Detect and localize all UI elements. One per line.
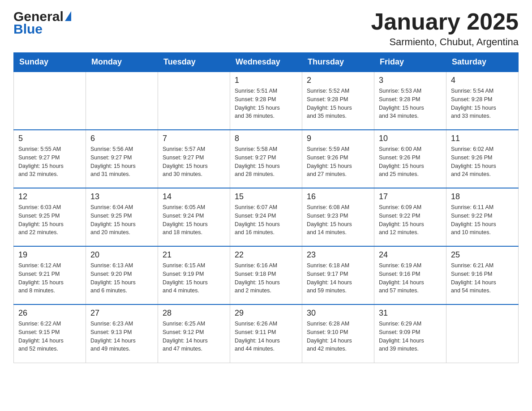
- day-number: 13: [90, 192, 153, 201]
- calendar-cell: 6Sunrise: 5:56 AM Sunset: 9:27 PM Daylig…: [86, 130, 158, 188]
- day-number: 25: [451, 250, 514, 260]
- day-info: Sunrise: 5:53 AM Sunset: 9:28 PM Dayligh…: [379, 87, 442, 120]
- logo-triangle-icon: [65, 11, 71, 21]
- day-number: 7: [163, 134, 225, 143]
- day-info: Sunrise: 5:54 AM Sunset: 9:28 PM Dayligh…: [451, 87, 514, 120]
- calendar-week-4: 19Sunrise: 6:12 AM Sunset: 9:21 PM Dayli…: [14, 246, 519, 304]
- day-number: 15: [235, 192, 297, 201]
- day-info: Sunrise: 6:23 AM Sunset: 9:13 PM Dayligh…: [90, 320, 153, 353]
- page-header: General Blue January 2025 Sarmiento, Chu…: [13, 9, 519, 48]
- calendar-cell: 29Sunrise: 6:26 AM Sunset: 9:11 PM Dayli…: [230, 304, 302, 363]
- logo-blue-text: Blue: [13, 21, 43, 37]
- calendar-title: January 2025: [371, 9, 519, 34]
- day-info: Sunrise: 5:55 AM Sunset: 9:27 PM Dayligh…: [18, 145, 81, 179]
- calendar-cell: 25Sunrise: 6:21 AM Sunset: 9:16 PM Dayli…: [446, 246, 519, 304]
- day-number: 12: [18, 192, 81, 201]
- calendar-cell: 22Sunrise: 6:16 AM Sunset: 9:18 PM Dayli…: [230, 246, 302, 304]
- day-number: 19: [18, 250, 81, 260]
- calendar-cell: 20Sunrise: 6:13 AM Sunset: 9:20 PM Dayli…: [86, 246, 158, 304]
- calendar-cell: 5Sunrise: 5:55 AM Sunset: 9:27 PM Daylig…: [14, 130, 86, 188]
- calendar-cell: [14, 72, 86, 130]
- calendar-cell: 18Sunrise: 6:11 AM Sunset: 9:22 PM Dayli…: [446, 188, 519, 246]
- calendar-cell: 2Sunrise: 5:52 AM Sunset: 9:28 PM Daylig…: [302, 72, 374, 130]
- day-info: Sunrise: 5:59 AM Sunset: 9:26 PM Dayligh…: [307, 145, 369, 179]
- day-info: Sunrise: 6:21 AM Sunset: 9:16 PM Dayligh…: [451, 261, 514, 295]
- weekday-header-tuesday: Tuesday: [158, 53, 230, 72]
- day-info: Sunrise: 5:57 AM Sunset: 9:27 PM Dayligh…: [163, 145, 225, 179]
- calendar-cell: 1Sunrise: 5:51 AM Sunset: 9:28 PM Daylig…: [230, 72, 302, 130]
- weekday-header-thursday: Thursday: [302, 53, 374, 72]
- calendar-cell: 17Sunrise: 6:09 AM Sunset: 9:22 PM Dayli…: [374, 188, 446, 246]
- day-info: Sunrise: 6:22 AM Sunset: 9:15 PM Dayligh…: [18, 320, 81, 353]
- calendar-cell: 8Sunrise: 5:58 AM Sunset: 9:27 PM Daylig…: [230, 130, 302, 188]
- calendar-week-1: 1Sunrise: 5:51 AM Sunset: 9:28 PM Daylig…: [14, 72, 519, 130]
- calendar-cell: 9Sunrise: 5:59 AM Sunset: 9:26 PM Daylig…: [302, 130, 374, 188]
- calendar-table: SundayMondayTuesdayWednesdayThursdayFrid…: [13, 52, 519, 363]
- day-number: 20: [90, 250, 153, 260]
- weekday-header-row: SundayMondayTuesdayWednesdayThursdayFrid…: [14, 53, 519, 72]
- day-number: 21: [163, 250, 225, 260]
- day-number: 8: [235, 134, 297, 143]
- calendar-cell: 24Sunrise: 6:19 AM Sunset: 9:16 PM Dayli…: [374, 246, 446, 304]
- calendar-cell: 3Sunrise: 5:53 AM Sunset: 9:28 PM Daylig…: [374, 72, 446, 130]
- day-info: Sunrise: 6:19 AM Sunset: 9:16 PM Dayligh…: [379, 261, 442, 295]
- calendar-cell: 30Sunrise: 6:28 AM Sunset: 9:10 PM Dayli…: [302, 304, 374, 363]
- calendar-week-3: 12Sunrise: 6:03 AM Sunset: 9:25 PM Dayli…: [14, 188, 519, 246]
- day-info: Sunrise: 6:11 AM Sunset: 9:22 PM Dayligh…: [451, 203, 514, 237]
- day-number: 4: [451, 76, 514, 85]
- day-info: Sunrise: 6:08 AM Sunset: 9:23 PM Dayligh…: [307, 203, 369, 237]
- day-number: 16: [307, 192, 369, 201]
- day-number: 27: [90, 308, 153, 318]
- day-info: Sunrise: 6:09 AM Sunset: 9:22 PM Dayligh…: [379, 203, 442, 237]
- calendar-body: 1Sunrise: 5:51 AM Sunset: 9:28 PM Daylig…: [14, 72, 519, 363]
- day-number: 30: [307, 308, 369, 318]
- calendar-cell: 10Sunrise: 6:00 AM Sunset: 9:26 PM Dayli…: [374, 130, 446, 188]
- day-number: 14: [163, 192, 225, 201]
- day-number: 29: [235, 308, 297, 318]
- calendar-cell: [446, 304, 519, 363]
- logo: General Blue: [13, 9, 71, 37]
- day-info: Sunrise: 6:07 AM Sunset: 9:24 PM Dayligh…: [235, 203, 297, 237]
- calendar-header: SundayMondayTuesdayWednesdayThursdayFrid…: [14, 53, 519, 72]
- calendar-cell: 7Sunrise: 5:57 AM Sunset: 9:27 PM Daylig…: [158, 130, 230, 188]
- calendar-cell: 21Sunrise: 6:15 AM Sunset: 9:19 PM Dayli…: [158, 246, 230, 304]
- weekday-header-wednesday: Wednesday: [230, 53, 302, 72]
- day-number: 17: [379, 192, 442, 201]
- day-info: Sunrise: 6:00 AM Sunset: 9:26 PM Dayligh…: [379, 145, 442, 179]
- day-info: Sunrise: 6:29 AM Sunset: 9:09 PM Dayligh…: [379, 320, 442, 353]
- day-info: Sunrise: 5:58 AM Sunset: 9:27 PM Dayligh…: [235, 145, 297, 179]
- day-info: Sunrise: 6:02 AM Sunset: 9:26 PM Dayligh…: [451, 145, 514, 179]
- day-number: 1: [235, 76, 297, 85]
- day-number: 11: [451, 134, 514, 143]
- day-number: 9: [307, 134, 369, 143]
- day-info: Sunrise: 6:12 AM Sunset: 9:21 PM Dayligh…: [18, 261, 81, 295]
- day-number: 5: [18, 134, 81, 143]
- calendar-cell: 27Sunrise: 6:23 AM Sunset: 9:13 PM Dayli…: [86, 304, 158, 363]
- day-number: 31: [379, 308, 442, 318]
- calendar-subtitle: Sarmiento, Chubut, Argentina: [371, 36, 519, 48]
- calendar-cell: [158, 72, 230, 130]
- calendar-cell: 28Sunrise: 6:25 AM Sunset: 9:12 PM Dayli…: [158, 304, 230, 363]
- calendar-cell: 12Sunrise: 6:03 AM Sunset: 9:25 PM Dayli…: [14, 188, 86, 246]
- calendar-cell: 19Sunrise: 6:12 AM Sunset: 9:21 PM Dayli…: [14, 246, 86, 304]
- day-number: 18: [451, 192, 514, 201]
- day-number: 10: [379, 134, 442, 143]
- calendar-cell: 14Sunrise: 6:05 AM Sunset: 9:24 PM Dayli…: [158, 188, 230, 246]
- weekday-header-saturday: Saturday: [446, 53, 519, 72]
- calendar-cell: 16Sunrise: 6:08 AM Sunset: 9:23 PM Dayli…: [302, 188, 374, 246]
- calendar-week-5: 26Sunrise: 6:22 AM Sunset: 9:15 PM Dayli…: [14, 304, 519, 363]
- calendar-cell: 26Sunrise: 6:22 AM Sunset: 9:15 PM Dayli…: [14, 304, 86, 363]
- day-info: Sunrise: 6:28 AM Sunset: 9:10 PM Dayligh…: [307, 320, 369, 353]
- day-info: Sunrise: 6:16 AM Sunset: 9:18 PM Dayligh…: [235, 261, 297, 295]
- day-info: Sunrise: 6:03 AM Sunset: 9:25 PM Dayligh…: [18, 203, 81, 237]
- day-info: Sunrise: 6:13 AM Sunset: 9:20 PM Dayligh…: [90, 261, 153, 295]
- day-info: Sunrise: 6:04 AM Sunset: 9:25 PM Dayligh…: [90, 203, 153, 237]
- day-info: Sunrise: 5:52 AM Sunset: 9:28 PM Dayligh…: [307, 87, 369, 120]
- calendar-cell: [86, 72, 158, 130]
- day-info: Sunrise: 6:05 AM Sunset: 9:24 PM Dayligh…: [163, 203, 225, 237]
- day-number: 6: [90, 134, 153, 143]
- day-number: 22: [235, 250, 297, 260]
- day-number: 23: [307, 250, 369, 260]
- day-number: 24: [379, 250, 442, 260]
- calendar-cell: 15Sunrise: 6:07 AM Sunset: 9:24 PM Dayli…: [230, 188, 302, 246]
